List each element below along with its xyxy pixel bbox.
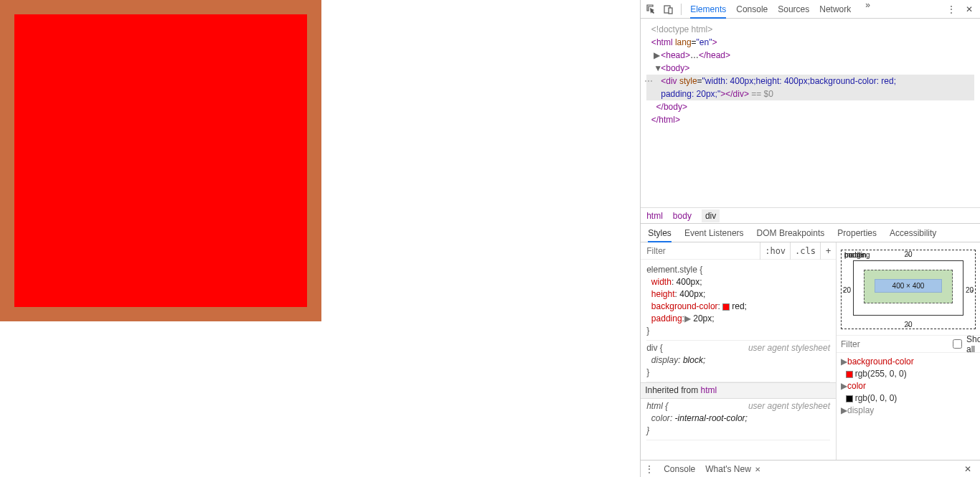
devtools-tabs: Elements Console Sources Network »: [686, 0, 875, 19]
styles-filter-input[interactable]: [641, 243, 760, 259]
head-tag[interactable]: head: [666, 50, 685, 60]
body-tag[interactable]: body: [666, 63, 684, 73]
tab-sources[interactable]: Sources: [778, 0, 809, 19]
subtab-dom-breakpoints[interactable]: DOM Breakpoints: [757, 228, 825, 238]
drawer-menu-icon[interactable]: ⋮: [645, 464, 654, 474]
tab-network[interactable]: Network: [819, 0, 851, 19]
crumb-body[interactable]: body: [673, 211, 692, 221]
rule-html-uas[interactable]: html {user agent stylesheet color: -inte…: [646, 399, 830, 440]
rule-div-uas[interactable]: div {user agent stylesheet display: bloc…: [646, 341, 830, 382]
expand-icon[interactable]: ▶: [684, 313, 691, 325]
drawer-tab-whatsnew[interactable]: What's New ✕: [705, 464, 760, 474]
devtools-panel: Elements Console Sources Network » ⋮ ✕ <…: [640, 0, 980, 477]
inspect-icon[interactable]: [644, 2, 659, 16]
color-swatch-icon[interactable]: [722, 303, 730, 311]
hov-toggle[interactable]: :hov: [760, 242, 790, 260]
device-toolbar-icon[interactable]: [661, 2, 677, 16]
expand-icon[interactable]: ▶: [841, 380, 847, 392]
doctype: <!doctype html>: [651, 24, 712, 34]
box-model[interactable]: margin ---- border ---- padding 20202020…: [837, 242, 980, 336]
expand-icon[interactable]: ▼: [654, 62, 661, 75]
settings-icon[interactable]: ⋮: [943, 4, 960, 14]
drawer-toolbar: ⋮ Console What's New ✕ ✕: [641, 460, 980, 477]
drawer-tab-console[interactable]: Console: [664, 464, 695, 474]
tab-elements[interactable]: Elements: [690, 0, 726, 19]
drawer-close-icon[interactable]: ✕: [960, 464, 976, 474]
cls-toggle[interactable]: .cls: [790, 242, 820, 260]
inherited-section: Inherited from html: [641, 382, 836, 399]
color-swatch-icon: [846, 395, 853, 402]
dom-tree[interactable]: <!doctype html> <html lang="en"> ▶<head>…: [641, 19, 980, 208]
padding-overlay: [0, 0, 321, 321]
subtab-properties[interactable]: Properties: [837, 228, 877, 238]
dollar-zero: == $0: [751, 89, 773, 99]
new-style-rule-icon[interactable]: +: [820, 242, 836, 260]
styles-pane: :hov .cls + element.style { width: 400px…: [641, 242, 837, 460]
close-devtools-icon[interactable]: ✕: [961, 4, 977, 14]
crumb-html[interactable]: html: [646, 211, 663, 221]
rendered-page: [0, 0, 640, 477]
crumb-div[interactable]: div: [702, 209, 720, 222]
expand-icon[interactable]: ▶: [841, 405, 847, 417]
subtab-accessibility[interactable]: Accessibility: [890, 228, 936, 238]
svg-rect-1: [669, 8, 672, 14]
selected-node[interactable]: ⋯ <div style="width: 400px;height: 400px…: [646, 75, 974, 88]
color-swatch-icon: [846, 371, 853, 378]
close-icon[interactable]: ✕: [753, 466, 760, 473]
subtab-styles[interactable]: Styles: [648, 224, 672, 242]
html-tag[interactable]: html: [656, 37, 673, 47]
content-box: [14, 14, 307, 307]
box-content: 400 × 400: [875, 279, 942, 293]
computed-pane: margin ---- border ---- padding 20202020…: [837, 242, 980, 460]
box-padding-label: padding: [844, 251, 870, 259]
devtools-toolbar: Elements Console Sources Network » ⋮ ✕: [641, 0, 980, 19]
inherited-link[interactable]: html: [701, 385, 717, 395]
show-all-label: Show all: [966, 334, 980, 354]
ua-stylesheet-label: user agent stylesheet: [748, 342, 830, 354]
computed-properties[interactable]: ▶background-color rgb(255, 0, 0) ▶color …: [837, 353, 980, 420]
tab-console[interactable]: Console: [736, 0, 768, 19]
show-all-checkbox[interactable]: [953, 339, 962, 349]
expand-icon[interactable]: ▶: [841, 356, 847, 368]
rule-element-style[interactable]: element.style { width: 400px; height: 40…: [646, 263, 830, 341]
tabs-overflow-icon[interactable]: »: [861, 0, 875, 19]
expand-icon[interactable]: ▶: [654, 49, 661, 62]
breadcrumb: html body div: [641, 208, 980, 224]
styles-tabs: Styles Event Listeners DOM Breakpoints P…: [641, 224, 980, 242]
computed-filter-input[interactable]: [841, 339, 948, 349]
subtab-event-listeners[interactable]: Event Listeners: [684, 228, 744, 238]
